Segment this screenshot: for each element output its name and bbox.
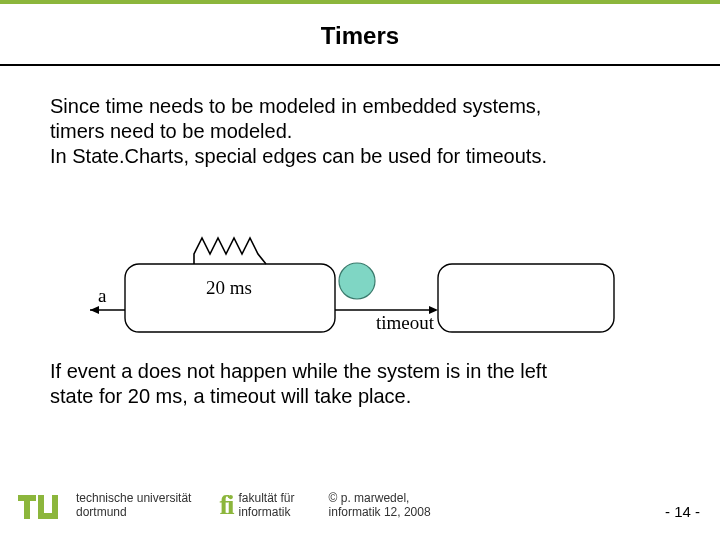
text-line: In State.Charts, special edges can be us… (50, 145, 547, 167)
text-line: fakultät für (239, 491, 295, 505)
svg-rect-10 (52, 495, 58, 515)
svg-rect-11 (38, 513, 58, 519)
svg-rect-0 (125, 264, 335, 332)
text-line: If event a does not happen while the sys… (50, 360, 547, 382)
slide-title: Timers (0, 22, 720, 50)
fi-logo-icon: fi (219, 489, 232, 521)
paragraph-1: Since time needs to be modeled in embedd… (50, 94, 670, 169)
copyright: © p. marwedel, informatik 12, 2008 (329, 491, 431, 520)
timer-diagram: a 20 ms timeout (90, 224, 630, 354)
label-duration: 20 ms (206, 277, 252, 298)
text-line: timers need to be modeled. (50, 120, 292, 142)
text-line: dortmund (76, 505, 127, 519)
text-line: Since time needs to be modeled in embedd… (50, 95, 541, 117)
text-line: informatik 12, 2008 (329, 505, 431, 519)
footer: technische universität dortmund fi fakul… (0, 484, 720, 526)
svg-marker-4 (90, 306, 99, 314)
faculty-logo: fi fakultät für informatik (219, 489, 294, 521)
text-line: state for 20 ms, a timeout will take pla… (50, 385, 411, 407)
slide: Timers Since time needs to be modeled in… (0, 0, 720, 540)
svg-rect-1 (438, 264, 614, 332)
text-line: technische universität (76, 491, 191, 505)
faculty-name: fakultät für informatik (239, 491, 295, 520)
tu-logo-icon (18, 487, 68, 523)
paragraph-2: If event a does not happen while the sys… (50, 359, 670, 409)
page-number: - 14 - (665, 503, 700, 520)
label-a: a (98, 285, 107, 306)
svg-point-2 (339, 263, 375, 299)
text-line: © p. marwedel, (329, 491, 410, 505)
diagram-svg: a 20 ms timeout (90, 224, 630, 354)
svg-rect-9 (38, 495, 44, 515)
university-name: technische universität dortmund (76, 491, 191, 520)
text-line: informatik (239, 505, 291, 519)
svg-rect-8 (24, 495, 30, 519)
label-timeout: timeout (376, 312, 435, 333)
